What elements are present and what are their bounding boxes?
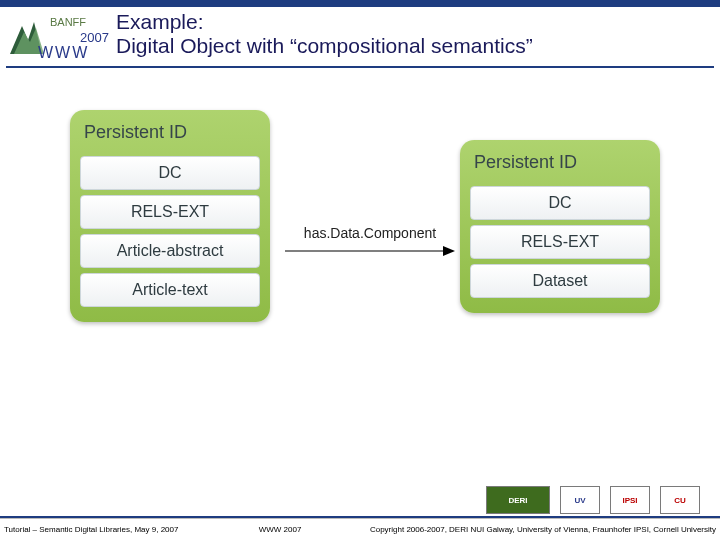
footer-right: Copyright 2006-2007, DERI NUI Galway, Un…	[330, 525, 720, 534]
slide-footer: Tutorial – Semantic Digital Libraries, M…	[0, 518, 720, 540]
logo-univie: UV	[560, 486, 600, 514]
footer-left: Tutorial – Semantic Digital Libraries, M…	[0, 525, 230, 534]
top-accent-bar	[0, 0, 720, 7]
svg-marker-3	[443, 246, 455, 256]
title-line-2: Digital Object with “compositional seman…	[116, 34, 720, 58]
component-dc: DC	[470, 186, 650, 220]
conference-label-text: BANFF	[50, 16, 86, 28]
conference-year-text: 2007	[80, 30, 109, 45]
digital-object-right: Persistent ID DC RELS-EXT Dataset	[460, 140, 660, 313]
logo-ipsi: IPSI	[610, 486, 650, 514]
logo-cornell: CU	[660, 486, 700, 514]
component-article-abstract: Article-abstract	[80, 234, 260, 268]
arrow-icon	[285, 245, 455, 257]
digital-object-left: Persistent ID DC RELS-EXT Article-abstra…	[70, 110, 270, 322]
slide: BANFF 2007 WWW Example: Digital Object w…	[0, 0, 720, 540]
conference-brand-text: WWW	[38, 44, 89, 61]
component-dc: DC	[80, 156, 260, 190]
persistent-id-label: Persistent ID	[78, 118, 262, 151]
footer-center: WWW 2007	[230, 525, 330, 534]
slide-header: BANFF 2007 WWW Example: Digital Object w…	[0, 8, 720, 66]
component-rels-ext: RELS-EXT	[80, 195, 260, 229]
title-line-1: Example:	[116, 10, 720, 34]
diagram-area: Persistent ID DC RELS-EXT Article-abstra…	[0, 110, 720, 500]
title-underline	[6, 66, 714, 68]
affiliation-logos: DERI UV IPSI CU	[486, 486, 700, 514]
persistent-id-label: Persistent ID	[468, 148, 652, 181]
slide-title: Example: Digital Object with “compositio…	[116, 8, 720, 58]
component-article-text: Article-text	[80, 273, 260, 307]
relation-label: has.Data.Component	[285, 225, 455, 241]
component-rels-ext: RELS-EXT	[470, 225, 650, 259]
conference-logo: BANFF 2007 WWW	[4, 8, 116, 64]
relation-arrow: has.Data.Component	[285, 225, 455, 261]
logo-deri: DERI	[486, 486, 550, 514]
component-dataset: Dataset	[470, 264, 650, 298]
